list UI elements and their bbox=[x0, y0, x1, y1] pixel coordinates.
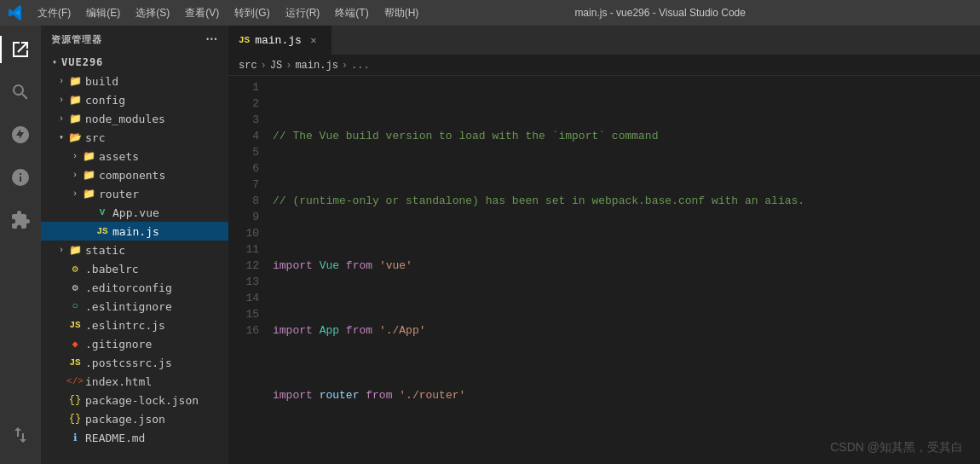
index-html-label: index.html bbox=[85, 375, 152, 388]
line-num-9: 9 bbox=[228, 209, 259, 225]
editor-area: JS main.js ✕ src › JS › main.js › ... 1 … bbox=[228, 26, 980, 464]
line-num-3: 3 bbox=[228, 112, 259, 128]
line-num-2: 2 bbox=[228, 96, 259, 112]
tab-js-icon: JS bbox=[239, 35, 250, 45]
tab-close-button[interactable]: ✕ bbox=[307, 33, 320, 47]
sidebar-item-package-json[interactable]: › {} package.json bbox=[41, 409, 228, 428]
config-folder-icon: 📁 bbox=[68, 93, 82, 107]
eslintignore-label: .eslintignore bbox=[85, 300, 172, 313]
eslintrc-label: .eslintrc.js bbox=[85, 319, 165, 332]
node-modules-label: node_modules bbox=[85, 113, 165, 125]
activity-extensions[interactable] bbox=[0, 200, 41, 241]
sidebar-item-src[interactable]: ▾ 📂 src bbox=[41, 128, 228, 147]
menu-view[interactable]: 查看(V) bbox=[178, 3, 226, 23]
sidebar-item-postcssrc[interactable]: › JS .postcssrc.js bbox=[41, 353, 228, 372]
menu-terminal[interactable]: 终端(T) bbox=[328, 3, 375, 23]
sidebar-item-package-lock[interactable]: › {} package-lock.json bbox=[41, 391, 228, 409]
editorconfig-icon: ⚙ bbox=[68, 281, 82, 294]
titlebar-left: 文件(F) 编辑(E) 选择(S) 查看(V) 转到(G) 运行(R) 终端(T… bbox=[9, 3, 425, 23]
sidebar-item-eslintrc[interactable]: › JS .eslintrc.js bbox=[41, 316, 228, 334]
sidebar-item-app-vue[interactable]: › V App.vue bbox=[41, 203, 228, 222]
explorer-header: 资源管理器 ⋯ bbox=[41, 26, 228, 53]
sidebar-item-babelrc[interactable]: › ⚙ .babelrc bbox=[41, 259, 228, 278]
tab-main-js[interactable]: JS main.js ✕ bbox=[228, 26, 331, 55]
window-title: main.js - vue296 - Visual Studio Code bbox=[574, 7, 746, 19]
activity-search[interactable] bbox=[0, 72, 41, 113]
line-num-8: 8 bbox=[228, 193, 259, 209]
sidebar-item-gitignore[interactable]: › ◆ .gitignore bbox=[41, 334, 228, 353]
activity-explorer[interactable] bbox=[0, 29, 41, 70]
components-folder-icon: 📁 bbox=[82, 168, 95, 182]
postcssrc-label: .postcssrc.js bbox=[85, 357, 172, 369]
breadcrumb-file: main.js bbox=[295, 60, 337, 72]
package-lock-label: package-lock.json bbox=[85, 394, 199, 407]
app-vue-icon: V bbox=[95, 206, 109, 219]
menu-select[interactable]: 选择(S) bbox=[129, 3, 176, 23]
tab-bar: JS main.js ✕ bbox=[228, 26, 980, 55]
assets-arrow: › bbox=[68, 149, 82, 163]
code-line-2: // (runtime-only or standalone) has been… bbox=[273, 193, 980, 209]
app-vue-label: App.vue bbox=[112, 206, 159, 219]
static-label: static bbox=[85, 244, 125, 257]
package-json-icon: {} bbox=[68, 412, 82, 426]
package-lock-icon: {} bbox=[68, 393, 82, 407]
menu-goto[interactable]: 转到(G) bbox=[228, 3, 276, 23]
config-arrow: › bbox=[55, 93, 68, 107]
explorer-actions[interactable]: ⋯ bbox=[205, 32, 218, 46]
build-label: build bbox=[85, 75, 118, 88]
menu-edit[interactable]: 编辑(E) bbox=[79, 3, 127, 23]
build-arrow: › bbox=[55, 74, 68, 88]
code-line-3: import Vue from 'vue' bbox=[273, 258, 980, 274]
line-num-10: 10 bbox=[228, 225, 259, 241]
sidebar-item-main-js[interactable]: › JS main.js bbox=[41, 222, 228, 241]
line-num-12: 12 bbox=[228, 258, 259, 274]
sidebar-item-eslintignore[interactable]: › ○ .eslintignore bbox=[41, 297, 228, 316]
activity-bar bbox=[0, 26, 41, 464]
sidebar-item-build[interactable]: › 📁 build bbox=[41, 72, 228, 90]
router-arrow: › bbox=[68, 187, 82, 200]
eslintrc-icon: JS bbox=[68, 318, 82, 332]
line-num-5: 5 bbox=[228, 144, 259, 160]
components-label: components bbox=[99, 169, 165, 182]
line-num-15: 15 bbox=[228, 306, 259, 322]
editor-content[interactable]: 1 2 3 4 5 6 7 8 9 10 11 12 13 14 15 16 /… bbox=[228, 76, 980, 464]
line-num-1: 1 bbox=[228, 79, 259, 96]
code-editor[interactable]: // The Vue build version to load with th… bbox=[269, 79, 980, 464]
main-js-icon: JS bbox=[95, 224, 109, 238]
line-num-6: 6 bbox=[228, 160, 259, 177]
new-file-icon[interactable]: ⋯ bbox=[205, 32, 218, 46]
readme-icon: ℹ bbox=[68, 431, 82, 444]
sidebar-item-router[interactable]: › 📁 router bbox=[41, 184, 228, 203]
static-folder-icon: 📁 bbox=[68, 243, 82, 257]
activity-debug[interactable] bbox=[0, 157, 41, 198]
sidebar-item-assets[interactable]: › 📁 assets bbox=[41, 147, 228, 165]
breadcrumb-src: src bbox=[239, 60, 257, 72]
sidebar-item-components[interactable]: › 📁 components bbox=[41, 165, 228, 184]
code-line-5: import router from './router' bbox=[273, 387, 980, 403]
index-html-icon: </> bbox=[68, 374, 82, 388]
sidebar-item-config[interactable]: › 📁 config bbox=[41, 90, 228, 109]
root-label: VUE296 bbox=[61, 56, 103, 68]
gitignore-label: .gitignore bbox=[85, 338, 152, 351]
editorconfig-label: .editorconfig bbox=[85, 281, 172, 294]
code-line-1: // The Vue build version to load with th… bbox=[273, 128, 980, 144]
static-arrow: › bbox=[55, 243, 68, 257]
assets-folder-icon: 📁 bbox=[82, 149, 95, 163]
activity-git[interactable] bbox=[0, 114, 41, 155]
activity-test[interactable] bbox=[0, 415, 41, 455]
sidebar-item-static[interactable]: › 📁 static bbox=[41, 241, 228, 259]
tree-root[interactable]: ▾ VUE296 bbox=[41, 53, 228, 72]
assets-label: assets bbox=[99, 150, 139, 163]
menu-file[interactable]: 文件(F) bbox=[31, 3, 78, 23]
vscode-icon bbox=[9, 5, 24, 20]
line-num-14: 14 bbox=[228, 290, 259, 306]
babelrc-label: .babelrc bbox=[85, 263, 139, 276]
line-num-11: 11 bbox=[228, 241, 259, 258]
eslintignore-icon: ○ bbox=[68, 299, 82, 313]
menu-run[interactable]: 运行(R) bbox=[279, 3, 327, 23]
sidebar-item-index-html[interactable]: › </> index.html bbox=[41, 372, 228, 391]
sidebar-item-node-modules[interactable]: › 📁 node_modules bbox=[41, 109, 228, 128]
menu-help[interactable]: 帮助(H) bbox=[378, 3, 426, 23]
sidebar-item-editorconfig[interactable]: › ⚙ .editorconfig bbox=[41, 278, 228, 297]
sidebar-item-readme[interactable]: › ℹ README.md bbox=[41, 428, 228, 447]
